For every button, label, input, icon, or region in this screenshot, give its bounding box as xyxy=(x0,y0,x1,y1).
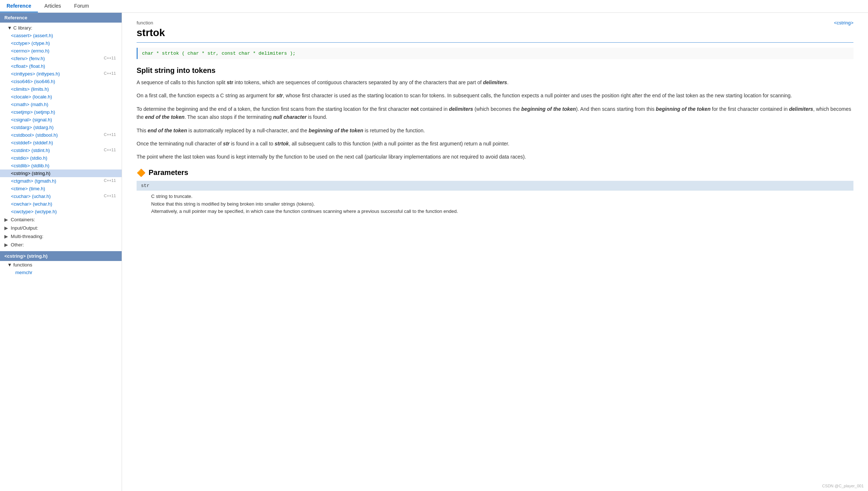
description-title: Split string into tokens xyxy=(137,66,853,75)
list-item[interactable]: <ctgmath> (tgmath.h)C++11 xyxy=(0,177,122,185)
list-item[interactable]: <cstdlib> (stdlib.h) xyxy=(0,162,122,169)
function-info: function strtok xyxy=(137,20,165,39)
function-header: function strtok <cstring> xyxy=(137,20,853,39)
list-item-active[interactable]: <cstring> (string.h) xyxy=(0,169,122,177)
sidebar-tree: ▼ C library: <cassert> (assert.h) <cctyp… xyxy=(0,23,122,278)
collapsed-arrow: ▶ xyxy=(4,234,8,239)
nav-articles[interactable]: Articles xyxy=(38,0,68,12)
watermark: CSDN @C_player_001 xyxy=(822,484,864,488)
list-item[interactable]: <csignal> (signal.h) xyxy=(0,116,122,124)
list-item[interactable]: <ctime> (time.h) xyxy=(0,185,122,192)
nav-reference[interactable]: Reference xyxy=(0,0,38,12)
list-item[interactable]: <cstdio> (stdio.h) xyxy=(0,154,122,162)
param-desc-3: Alternatively, a null pointer may be spe… xyxy=(151,208,849,215)
functions-toggle[interactable]: ▼ functions xyxy=(0,261,122,269)
expand-arrow: ▼ xyxy=(7,25,13,31)
collapsed-arrow: ▶ xyxy=(4,225,8,231)
sidebar-header: Reference xyxy=(0,13,122,23)
paragraph-5: Once the terminating null character of s… xyxy=(137,140,853,148)
inputoutput-section[interactable]: ▶ Input/Output: xyxy=(0,224,122,232)
list-item[interactable]: <cstdbool> (stdbool.h)C++11 xyxy=(0,131,122,139)
function-label: function xyxy=(137,20,165,26)
list-item[interactable]: <climits> (limits.h) xyxy=(0,85,122,93)
list-item[interactable]: <cstdarg> (stdarg.h) xyxy=(0,124,122,131)
list-item[interactable]: <cstdint> (stdint.h)C++11 xyxy=(0,147,122,154)
collapsed-arrow: ▶ xyxy=(4,242,8,248)
paragraph-4: This end of the token is automatically r… xyxy=(137,126,853,135)
list-item[interactable]: memchr xyxy=(0,269,122,276)
params-title: 🔶 Parameters xyxy=(137,168,853,177)
list-item[interactable]: <cfloat> (float.h) xyxy=(0,62,122,70)
param-str-row: str xyxy=(137,181,853,191)
list-item[interactable]: <cwctype> (wctype.h) xyxy=(0,208,122,215)
expand-arrow: ▼ xyxy=(7,262,13,268)
list-item[interactable]: <csetjmp> (setjmp.h) xyxy=(0,108,122,116)
list-item[interactable]: <cstddef> (stddef.h) xyxy=(0,139,122,147)
function-title: strtok xyxy=(137,27,165,39)
list-item[interactable]: <cerrno> (errno.h) xyxy=(0,47,122,55)
clibrary-toggle[interactable]: ▼ C library: xyxy=(0,24,122,32)
param-desc-1: C string to truncate. xyxy=(151,193,849,200)
paragraph-3: To determine the beginning and the end o… xyxy=(137,105,853,121)
list-item[interactable]: <cfenv> (fenv.h)C++11 xyxy=(0,55,122,62)
param-str-desc: C string to truncate. Notice that this s… xyxy=(137,191,853,218)
list-item[interactable]: <cinttypes> (inttypes.h)C++11 xyxy=(0,70,122,78)
param-str-name: str xyxy=(137,181,853,191)
list-item[interactable]: <clocale> (locale.h) xyxy=(0,93,122,101)
paragraph-2: On a first call, the function expects a … xyxy=(137,91,853,100)
title-divider xyxy=(137,42,853,43)
list-item[interactable]: <ciso646> (iso646.h) xyxy=(0,78,122,85)
list-item[interactable]: <cmath> (math.h) xyxy=(0,101,122,108)
sidebar-sub-header: <cstring> (string.h) xyxy=(0,251,122,261)
main-container: Reference ▼ C library: <cassert> (assert… xyxy=(0,13,868,491)
other-section[interactable]: ▶ Other: xyxy=(0,241,122,249)
top-navigation: Reference Articles Forum xyxy=(0,0,868,13)
multithreading-section[interactable]: ▶ Multi-threading: xyxy=(0,232,122,241)
paragraph-6: The point where the last token was found… xyxy=(137,153,853,161)
params-icon: 🔶 xyxy=(137,168,146,177)
containers-section[interactable]: ▶ Containers: xyxy=(0,215,122,224)
list-item[interactable]: <cwchar> (wchar.h) xyxy=(0,200,122,208)
param-desc-2: Notice that this string is modified by b… xyxy=(151,200,849,208)
content-area: function strtok <cstring> char * strtok … xyxy=(122,13,868,491)
sidebar: Reference ▼ C library: <cassert> (assert… xyxy=(0,13,122,491)
function-signature: char * strtok ( char * str, const char *… xyxy=(137,48,853,59)
collapsed-arrow: ▶ xyxy=(4,217,8,222)
list-item[interactable]: <cctype> (ctype.h) xyxy=(0,39,122,47)
list-item[interactable]: <cassert> (assert.h) xyxy=(0,32,122,39)
paragraph-1: A sequence of calls to this function spl… xyxy=(137,78,853,86)
params-table: str C string to truncate. Notice that th… xyxy=(137,181,853,218)
list-item[interactable]: <cuchar> (uchar.h)C++11 xyxy=(0,192,122,200)
header-tag: <cstring> xyxy=(834,20,853,26)
nav-forum[interactable]: Forum xyxy=(68,0,95,12)
